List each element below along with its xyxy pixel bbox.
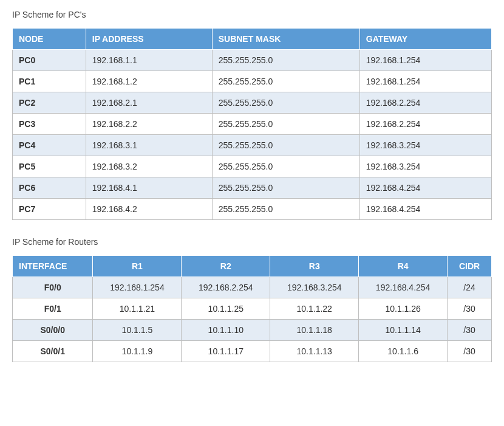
router-r2: 10.1.1.25 — [182, 298, 270, 320]
pc-gateway: 192.168.3.254 — [359, 135, 491, 156]
router-r2: 10.1.1.10 — [182, 320, 270, 341]
router-section-title: IP Scheme for Routers — [12, 237, 492, 247]
router-r3: 192.168.3.254 — [270, 277, 359, 298]
pc-header-mask: SUBNET MASK — [212, 29, 359, 50]
pc-mask: 255.255.255.0 — [212, 156, 359, 177]
router-interface: S0/0/1 — [13, 341, 93, 362]
router-r3: 10.1.1.18 — [270, 320, 359, 341]
pc-ip: 192.168.1.1 — [86, 50, 212, 71]
router-r3: 10.1.1.22 — [270, 298, 359, 320]
router-interface: S0/0/0 — [13, 320, 93, 341]
table-row: PC4 192.168.3.1 255.255.255.0 192.168.3.… — [13, 135, 492, 156]
pc-mask: 255.255.255.0 — [212, 92, 359, 114]
router-r1: 192.168.1.254 — [93, 277, 182, 298]
table-row: PC2 192.168.2.1 255.255.255.0 192.168.2.… — [13, 92, 492, 114]
pc-section-title: IP Scheme for PC's — [12, 10, 492, 19]
pc-ip: 192.168.3.2 — [86, 156, 212, 177]
table-row: PC3 192.168.2.2 255.255.255.0 192.168.2.… — [13, 114, 492, 135]
pc-gateway: 192.168.4.254 — [359, 177, 491, 199]
router-cidr: /30 — [448, 320, 492, 341]
router-interface: F0/1 — [13, 298, 93, 320]
pc-gateway: 192.168.2.254 — [359, 114, 491, 135]
pc-ip: 192.168.4.1 — [86, 177, 212, 199]
router-ip-table: INTERFACE R1 R2 R3 R4 CIDR F0/0 192.168.… — [12, 255, 492, 362]
table-row: PC0 192.168.1.1 255.255.255.0 192.168.1.… — [13, 50, 492, 71]
pc-mask: 255.255.255.0 — [212, 199, 359, 220]
pc-ip-table: NODE IP ADDRESS SUBNET MASK GATEWAY PC0 … — [12, 28, 492, 220]
router-cidr: /24 — [448, 277, 492, 298]
pc-gateway: 192.168.3.254 — [359, 156, 491, 177]
pc-node: PC2 — [13, 92, 86, 114]
table-row: PC6 192.168.4.1 255.255.255.0 192.168.4.… — [13, 177, 492, 199]
pc-node: PC3 — [13, 114, 86, 135]
pc-mask: 255.255.255.0 — [212, 177, 359, 199]
pc-mask: 255.255.255.0 — [212, 50, 359, 71]
router-r1: 10.1.1.5 — [93, 320, 182, 341]
router-r1: 10.1.1.9 — [93, 341, 182, 362]
router-r3: 10.1.1.13 — [270, 341, 359, 362]
table-row: PC5 192.168.3.2 255.255.255.0 192.168.3.… — [13, 156, 492, 177]
router-header-r3: R3 — [270, 256, 359, 277]
pc-gateway: 192.168.4.254 — [359, 199, 491, 220]
router-r4: 192.168.4.254 — [359, 277, 448, 298]
router-header-r1: R1 — [93, 256, 182, 277]
pc-header-node: NODE — [13, 29, 86, 50]
router-cidr: /30 — [448, 341, 492, 362]
table-row: F0/1 10.1.1.21 10.1.1.25 10.1.1.22 10.1.… — [13, 298, 492, 320]
pc-ip: 192.168.3.1 — [86, 135, 212, 156]
table-row: PC7 192.168.4.2 255.255.255.0 192.168.4.… — [13, 199, 492, 220]
pc-node: PC0 — [13, 50, 86, 71]
router-r1: 10.1.1.21 — [93, 298, 182, 320]
pc-ip: 192.168.2.1 — [86, 92, 212, 114]
pc-node: PC5 — [13, 156, 86, 177]
pc-ip: 192.168.1.2 — [86, 71, 212, 92]
pc-node: PC6 — [13, 177, 86, 199]
router-r2: 10.1.1.17 — [182, 341, 270, 362]
pc-ip: 192.168.2.2 — [86, 114, 212, 135]
router-header-interface: INTERFACE — [13, 256, 93, 277]
router-r4: 10.1.1.14 — [359, 320, 448, 341]
pc-node: PC4 — [13, 135, 86, 156]
pc-mask: 255.255.255.0 — [212, 71, 359, 92]
pc-gateway: 192.168.1.254 — [359, 71, 491, 92]
router-r4: 10.1.1.6 — [359, 341, 448, 362]
router-cidr: /30 — [448, 298, 492, 320]
router-header-r4: R4 — [359, 256, 448, 277]
pc-ip: 192.168.4.2 — [86, 199, 212, 220]
pc-header-gateway: GATEWAY — [359, 29, 491, 50]
pc-mask: 255.255.255.0 — [212, 114, 359, 135]
table-row: S0/0/1 10.1.1.9 10.1.1.17 10.1.1.13 10.1… — [13, 341, 492, 362]
pc-mask: 255.255.255.0 — [212, 135, 359, 156]
table-row: S0/0/0 10.1.1.5 10.1.1.10 10.1.1.18 10.1… — [13, 320, 492, 341]
pc-node: PC7 — [13, 199, 86, 220]
router-interface: F0/0 — [13, 277, 93, 298]
router-header-cidr: CIDR — [448, 256, 492, 277]
table-row: PC1 192.168.1.2 255.255.255.0 192.168.1.… — [13, 71, 492, 92]
pc-header-ip: IP ADDRESS — [86, 29, 212, 50]
pc-node: PC1 — [13, 71, 86, 92]
router-r2: 192.168.2.254 — [182, 277, 270, 298]
pc-gateway: 192.168.2.254 — [359, 92, 491, 114]
router-r4: 10.1.1.26 — [359, 298, 448, 320]
table-row: F0/0 192.168.1.254 192.168.2.254 192.168… — [13, 277, 492, 298]
router-header-r2: R2 — [182, 256, 270, 277]
pc-gateway: 192.168.1.254 — [359, 50, 491, 71]
